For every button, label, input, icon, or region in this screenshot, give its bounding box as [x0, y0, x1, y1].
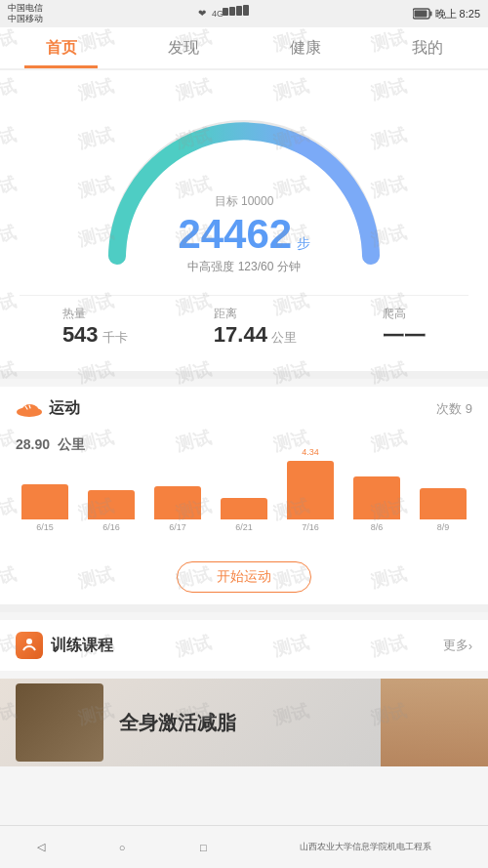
step-counter-section: 目标 10000 24462 步 中高强度 123/60 分钟 热量 543 千…	[0, 70, 488, 371]
svg-rect-7	[429, 12, 431, 17]
bar-item: 6/17	[148, 454, 207, 532]
bar-fill	[221, 498, 267, 519]
svg-text:4G: 4G	[212, 9, 224, 19]
distance-stat: 距离 17.44 公里	[214, 306, 298, 351]
info-text: 山西农业大学信息学院机电工程系	[244, 826, 488, 868]
exercise-distance: 28.90 公里	[16, 425, 472, 456]
back-button[interactable]: ◁	[0, 826, 81, 868]
step-intensity: 中高强度 123/60 分钟	[178, 259, 309, 275]
training-header: 训练课程 更多 ›	[16, 632, 472, 659]
status-icons: ❤ 4G	[198, 5, 257, 22]
bar-item: 6/16	[82, 454, 141, 532]
start-exercise-button[interactable]: 开始运动	[177, 561, 311, 593]
bar-date-label: 6/17	[169, 522, 186, 532]
training-more[interactable]: 更多 ›	[443, 637, 472, 654]
bar-value-label: 4.34	[302, 447, 319, 457]
svg-rect-2	[223, 8, 228, 16]
bar-item: 6/21	[215, 454, 273, 532]
climb-stat: 爬高 一一	[383, 306, 426, 351]
bar-fill	[420, 488, 467, 519]
bottom-nav: ◁ ○ □ 山西农业大学信息学院机电工程系	[0, 825, 488, 868]
bar-item: 8/6	[347, 454, 406, 532]
step-count-display: 24462 步	[178, 214, 309, 255]
distance-value-row: 17.44 公里	[214, 322, 298, 348]
bar-fill	[88, 490, 135, 519]
divider-2	[0, 604, 488, 612]
bar-date-label: 8/6	[371, 522, 384, 532]
calorie-stat: 热量 543 千卡	[62, 306, 128, 351]
bar-item: 8/9	[414, 454, 472, 532]
svg-rect-5	[243, 5, 249, 16]
svg-rect-3	[229, 7, 235, 16]
bar-date-label: 8/9	[437, 522, 450, 532]
time-battery: 晚上 8:25	[413, 7, 480, 21]
bar-item: 6/15	[16, 454, 74, 532]
bar-date-label: 7/16	[302, 522, 319, 532]
bar-fill	[21, 484, 68, 519]
nav-tabs: 首页 发现 健康 我的	[0, 27, 488, 70]
status-bar: 中国电信 中国移动 ❤ 4G 晚上 8:25	[0, 0, 488, 27]
bar-fill: 4.34	[287, 461, 334, 519]
banner-title: 全身激活减脂	[119, 710, 236, 736]
tab-health[interactable]: 健康	[244, 27, 366, 68]
tab-home[interactable]: 首页	[0, 27, 122, 68]
tab-mine[interactable]: 我的	[366, 27, 488, 68]
menu-button[interactable]: □	[163, 826, 244, 868]
bar-date-label: 6/21	[235, 522, 253, 532]
gauge-center: 目标 10000 24462 步 中高强度 123/60 分钟	[178, 193, 309, 275]
training-icon	[16, 632, 43, 659]
bar-fill	[353, 476, 400, 519]
exercise-title: 运动	[16, 398, 80, 419]
step-target: 目标 10000	[178, 193, 309, 210]
svg-rect-8	[414, 11, 427, 18]
svg-point-10	[26, 639, 32, 644]
bar-date-label: 6/15	[36, 522, 54, 532]
training-section: 训练课程 更多 ›	[0, 620, 488, 671]
home-button[interactable]: ○	[81, 826, 162, 868]
exercise-section: 运动 次数 9 28.90 公里 6/156/166/176/214.347/1…	[0, 387, 488, 604]
divider-1	[0, 371, 488, 379]
exercise-bar-chart: 6/156/166/176/214.347/168/68/9	[16, 464, 472, 552]
bar-fill	[154, 486, 201, 519]
banner-image-right	[381, 679, 488, 766]
training-title: 训练课程	[16, 632, 113, 659]
stats-row: 热量 543 千卡 距离 17.44 公里 爬高 一一	[20, 295, 468, 356]
svg-rect-4	[236, 6, 242, 16]
bar-date-label: 6/16	[102, 522, 120, 532]
exercise-header: 运动 次数 9	[16, 398, 472, 419]
tab-discover[interactable]: 发现	[122, 27, 244, 68]
shoe-icon	[16, 400, 43, 418]
bar-item: 4.347/16	[281, 454, 340, 532]
gauge-container: 目标 10000 24462 步 中高强度 123/60 分钟	[20, 90, 468, 285]
carrier-info: 中国电信 中国移动	[8, 3, 43, 24]
training-banner[interactable]: 全身激活减脂	[0, 679, 488, 766]
banner-image-left	[16, 683, 103, 762]
exercise-count: 次数 9	[436, 400, 472, 418]
calorie-value-row: 543 千卡	[62, 322, 128, 348]
svg-text:❤: ❤	[198, 8, 206, 19]
